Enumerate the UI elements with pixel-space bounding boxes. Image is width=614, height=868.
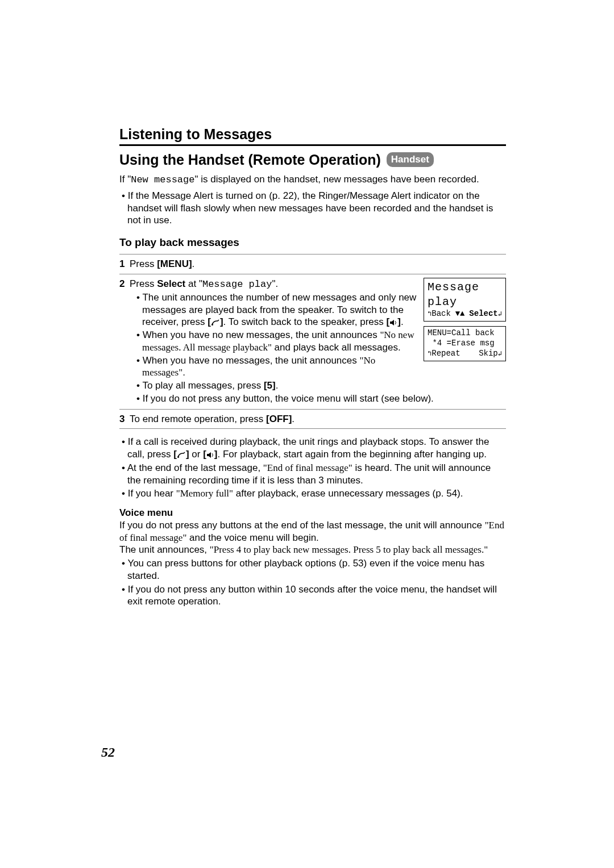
talk-icon	[211, 319, 220, 326]
lcd-screen-1: Message play ↰Back ▼▲ Select↲	[424, 278, 506, 322]
voice-p2: The unit announces, "Press 4 to play bac…	[119, 544, 506, 556]
lcd-skip: Skip↲	[479, 349, 502, 359]
voice-quote: "End of final message"	[263, 462, 352, 473]
mono-text: New message	[131, 174, 194, 185]
step-body: Message play ↰Back ▼▲ Select↲ MENU=Call …	[130, 278, 506, 406]
sub-bullet: • If you do not press any button, the vo…	[130, 393, 506, 405]
text: Press	[130, 278, 157, 289]
text: . To switch back to the speaker, press	[223, 316, 387, 327]
page-number: 52	[101, 744, 115, 761]
text: You can press buttons for other playback…	[127, 558, 484, 581]
svg-point-0	[211, 324, 213, 326]
text: .	[192, 258, 195, 269]
text: To play all messages, press	[142, 380, 264, 391]
lcd-select: Select↲	[469, 309, 502, 319]
lcd-repeat: ↰Repeat	[428, 349, 460, 359]
text: If you do not press any button, the voic…	[143, 393, 434, 404]
subsection-heading: Using the Handset (Remote Operation)	[119, 151, 381, 169]
text: If you do not press any buttons at the e…	[119, 520, 485, 531]
text: To end remote operation, press	[130, 414, 266, 424]
text: If "	[119, 174, 131, 185]
lcd-screen-2: MENU=Call back *4 =Erase msg ↰Repeat Ski…	[424, 326, 506, 361]
step-number: 2	[119, 278, 130, 290]
section-heading: Listening to Messages	[119, 125, 506, 146]
step-3: 3 To end remote operation, press [OFF].	[119, 410, 506, 429]
text: " is displayed on the handset, new messa…	[194, 174, 479, 185]
lcd-back: ↰Back	[428, 309, 451, 319]
text: at "	[185, 278, 202, 289]
text: .	[182, 367, 185, 378]
text: When you have no new messages, the unit …	[143, 329, 380, 340]
speaker-icon	[389, 319, 397, 326]
step-number: 3	[119, 413, 130, 425]
text: and plays back all messages.	[272, 342, 401, 353]
note-bullet: • If a call is received during playback,…	[119, 436, 506, 461]
text: or	[189, 449, 204, 460]
text: and the voice menu will begin.	[186, 532, 318, 543]
speaker-icon	[206, 452, 214, 458]
step-2: 2 Message play ↰Back ▼▲ Select↲ MENU=Cal…	[119, 274, 506, 410]
text: When you have no messages, the unit anno…	[143, 355, 360, 366]
playback-heading: To play back messages	[119, 236, 506, 249]
step-number: 1	[119, 258, 130, 270]
note-bullet: • If you hear "Memory full" after playba…	[119, 487, 506, 500]
mono-text: Message play	[202, 279, 272, 290]
lcd-nav-icon: ▼▲	[455, 309, 465, 319]
voice-bullet: • You can press buttons for other playba…	[119, 557, 506, 582]
key-label: [OFF]	[266, 414, 292, 424]
intro-text: If "New message" is displayed on the han…	[119, 173, 506, 186]
text: .	[276, 380, 279, 391]
step-1: 1 Press [MENU].	[119, 254, 506, 274]
text: .	[401, 316, 404, 327]
text: At the end of the last message,	[127, 462, 263, 473]
lcd-softkeys: ↰Back ▼▲ Select↲	[428, 309, 502, 319]
key-label: [5]	[264, 380, 276, 391]
talk-icon	[177, 452, 186, 458]
step-body: To end remote operation, press [OFF].	[130, 413, 506, 425]
text: The unit announces,	[119, 544, 210, 555]
voice-p1: If you do not press any buttons at the e…	[119, 519, 506, 544]
sub-bullet: • To play all messages, press [5].	[130, 379, 506, 392]
text: If you hear	[128, 488, 176, 499]
voice-quote: "Press 4 to play back new messages. Pres…	[210, 544, 488, 555]
svg-point-1	[177, 456, 179, 458]
note-bullet: • At the end of the last message, "End o…	[119, 462, 506, 487]
after-notes: • If a call is received during playback,…	[119, 436, 506, 500]
handset-badge: Handset	[387, 152, 434, 167]
text: . For playback, start again from the beg…	[218, 449, 487, 460]
text: .	[292, 414, 294, 424]
step-body: Press [MENU].	[130, 258, 506, 270]
text: after playback, erase unnecessary messag…	[233, 488, 463, 499]
key-label: [MENU]	[157, 258, 192, 269]
text: If you do not press any button within 10…	[127, 584, 497, 607]
voice-bullet: • If you do not press any button within …	[119, 583, 506, 608]
alert-bullet: • If the Message Alert is turned on (p. …	[119, 190, 506, 227]
text: Press	[130, 258, 157, 269]
lcd-softkeys: ↰Repeat Skip↲	[428, 349, 502, 359]
manual-page: Listening to Messages Using the Handset …	[0, 0, 614, 868]
lcd-title: Message play	[428, 280, 502, 309]
lcd-screens: Message play ↰Back ▼▲ Select↲ MENU=Call …	[424, 278, 506, 366]
lcd-line: MENU=Call back	[428, 328, 502, 339]
step-list: 1 Press [MENU]. 2 Message play ↰Back ▼▲ …	[119, 254, 506, 429]
key-label: Select	[157, 278, 185, 289]
lcd-line: *4 =Erase msg	[428, 339, 502, 349]
text: If the Message Alert is turned on (p. 22…	[127, 190, 493, 226]
subsection-row: Using the Handset (Remote Operation) Han…	[119, 151, 506, 169]
text: ".	[272, 278, 278, 289]
voice-quote: "Memory full"	[176, 488, 233, 499]
voice-menu-heading: Voice menu	[119, 507, 506, 519]
